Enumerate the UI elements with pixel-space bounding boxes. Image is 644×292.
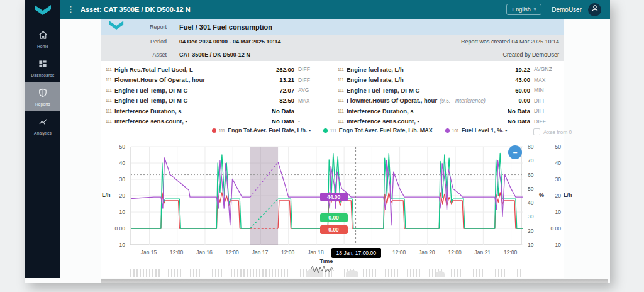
right-lh-axis-tick: 50 — [545, 143, 561, 150]
left-axis-tick: 10 — [106, 209, 125, 215]
parameter-label: Interference Duration, s — [114, 108, 182, 115]
right-lh-axis-tick: 30 — [545, 176, 561, 182]
parameter-aggregation: DIFF — [534, 98, 559, 104]
report-created-by: Created by DemoUser — [502, 52, 559, 58]
period-label: Period — [126, 38, 167, 45]
sidebar-item-label: Reports — [35, 102, 50, 106]
horizontal-scrollbar[interactable] — [101, 279, 608, 283]
parameter-id: 111 — [338, 67, 344, 72]
chart-legend: 111Engn Tot.Aver. Fuel Rate, L/h. -111En… — [212, 127, 507, 133]
reports-icon — [38, 87, 48, 101]
parameter-aggregation: - — [298, 108, 323, 114]
parameter-label: Flowmet.Hours Of Operat., hour — [114, 76, 205, 83]
stats-left-column: 111High Res.Total Fuel Used, L262.00DIFF… — [106, 64, 323, 126]
left-axis-tick: 50 — [106, 143, 125, 150]
parameter-aggregation: DIFF — [534, 118, 559, 125]
parameter-id: 111 — [106, 119, 112, 123]
language-dropdown[interactable]: English ▾ — [506, 4, 541, 15]
legend-label: Fuel Level 1, %. - — [462, 127, 508, 133]
axes-from-zero-checkbox[interactable]: Axes from 0 — [533, 128, 572, 135]
series-line — [278, 193, 523, 228]
report-meta: Period 04 Dec 2024 00:00 - 04 Mar 2025 1… — [101, 35, 564, 61]
parameter-aggregation: AVG — [298, 87, 323, 93]
kebab-menu-icon[interactable]: ⋮ — [67, 6, 73, 13]
range-selector[interactable] — [130, 267, 522, 277]
legend-item[interactable]: 111Engn Tot.Aver. Fuel Rate, L/h. - — [212, 127, 311, 133]
parameter-value: 262.00 — [276, 66, 294, 73]
parameter-value: No Data — [508, 118, 530, 125]
right-pct-axis-tick: 40 — [528, 199, 533, 206]
x-axis-tick: 12:00 — [497, 249, 525, 256]
x-axis-tick: Jan 16 — [191, 249, 218, 256]
plot-area[interactable] — [130, 147, 522, 245]
right-pct-axis-tick: 80 — [528, 143, 533, 150]
parameter-aggregation: - — [298, 118, 323, 125]
parameter-value: No Data — [508, 108, 530, 115]
parameter-value: 82.50 — [279, 97, 294, 104]
report-card: Report Fuel / 301 Fuel consumption Perio… — [101, 19, 564, 278]
legend-item[interactable]: 111Engn Tot.Aver. Fuel Rate, L/h. MAX — [323, 127, 433, 133]
right-lh-axis-tick: 0.00 — [545, 225, 561, 232]
parameter-id: 111 — [106, 67, 112, 72]
right-pct-axis-tick: 10 — [528, 242, 533, 248]
minimap-squiggle-icon — [311, 265, 335, 277]
sidebar-item-label: Analytics — [34, 131, 52, 135]
minimap-blob — [436, 271, 445, 277]
series-line — [278, 153, 523, 228]
parameter-aggregation: DIFF — [298, 66, 323, 72]
chart-zoom-out-button[interactable]: – — [508, 145, 522, 159]
parameter-aggregation: AVGNZ — [534, 66, 559, 72]
user-avatar[interactable] — [588, 3, 601, 16]
legend-item[interactable]: 101Fuel Level 1, %. - — [445, 127, 507, 133]
x-axis-tick: 12:00 — [330, 249, 357, 256]
parameter-id: 111 — [106, 98, 112, 103]
axes-from-zero-label: Axes from 0 — [543, 129, 572, 135]
legend-dot-icon — [445, 128, 450, 133]
parameter-id: 111 — [106, 109, 112, 113]
stat-row: 111Interference Duration, sNo Data- — [106, 106, 323, 116]
x-axis-tick: Jan 20 — [413, 249, 441, 256]
sidebar: HomeDashboardsReportsAnalytics — [25, 0, 60, 278]
stat-row: 111Engine Fuel Temp, DFM C60.00MIN — [338, 85, 559, 96]
parameter-id: 111 — [338, 109, 344, 113]
parameter-label: Engine fuel rate, L/h — [347, 66, 404, 73]
parameter-note: (9.5. - Interference) — [440, 98, 486, 104]
sidebar-item-reports[interactable]: Reports — [25, 82, 60, 111]
right-pct-axis-tick: 70 — [528, 157, 533, 164]
home-icon — [38, 30, 48, 43]
app-logo[interactable] — [25, 0, 60, 16]
stat-row: 111Interference Duration, sNo DataDIFF — [338, 106, 559, 116]
x-axis-tick: Jan 17 — [246, 249, 274, 256]
chevron-logo-icon — [34, 5, 52, 16]
stat-row: 111Flowmet.Hours Of Operat., hour(9.5. -… — [338, 96, 559, 106]
no-data-band — [250, 147, 278, 245]
parameter-value: 19.22 — [515, 66, 530, 73]
right-pct-axis-tick: 30 — [528, 213, 533, 220]
series-line — [250, 162, 278, 198]
sidebar-item-analytics[interactable]: Analytics — [25, 111, 60, 140]
parameter-label: Engine fuel rate, L/h — [347, 76, 404, 83]
analytics-icon — [38, 117, 48, 130]
series-line — [278, 160, 523, 225]
tooltip-time: 18 Jan, 17:00:00 — [331, 248, 381, 258]
tooltip-value-badge: 0.00 — [320, 213, 348, 222]
sidebar-item-dashboards[interactable]: Dashboards — [25, 53, 60, 82]
parameter-aggregation: MIN — [534, 87, 559, 93]
chevron-down-icon: ▾ — [534, 7, 536, 12]
x-axis-tick: 12:00 — [274, 249, 302, 256]
legend-dot-icon — [212, 128, 216, 133]
legend-id: 101 — [452, 128, 459, 133]
legend-dot-icon — [323, 128, 328, 133]
stat-row: 111Interference sens.count, -No DataDIFF — [338, 116, 559, 127]
right-lh-axis-tick: 40 — [545, 160, 561, 166]
legend-id: 111 — [330, 128, 336, 133]
parameter-id: 111 — [338, 98, 344, 103]
parameter-aggregation: MAX — [534, 77, 559, 83]
series-line — [250, 199, 278, 228]
parameter-id: 111 — [106, 88, 112, 93]
parameter-value: 72.07 — [279, 87, 294, 94]
username: DemoUser — [552, 6, 582, 13]
right-pct-axis-tick: 60 — [528, 172, 533, 178]
sidebar-item-home[interactable]: Home — [25, 25, 60, 53]
legend-label: Engn Tot.Aver. Fuel Rate, L/h. - — [228, 127, 311, 133]
